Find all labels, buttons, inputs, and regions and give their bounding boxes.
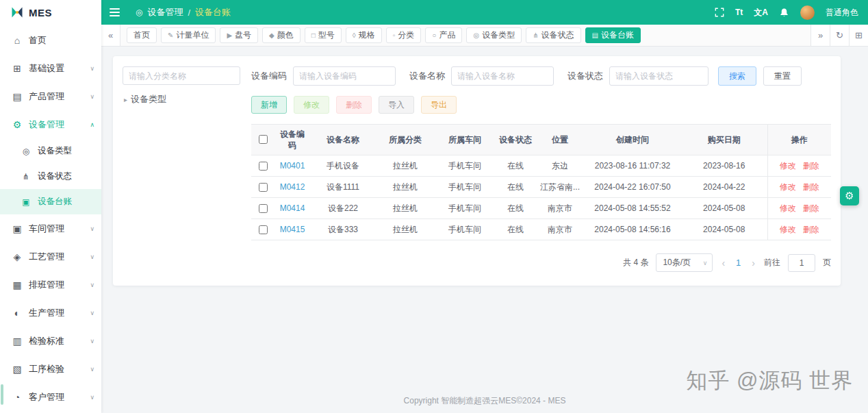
device-code-input[interactable]: [293, 66, 396, 86]
fullscreen-icon[interactable]: [715, 8, 724, 17]
pagination: 共 4 条 10条/页 ∨ ‹ 1 › 前往 页: [251, 253, 831, 272]
tab-spec[interactable]: ◊ 规格: [346, 27, 382, 43]
col-category: 所属分类: [376, 125, 435, 155]
row-checkbox[interactable]: [259, 183, 268, 192]
sidebar-item-craft-mgmt[interactable]: ◈ 工艺管理 ∨: [0, 242, 101, 271]
tabs-scroll-left-button[interactable]: «: [101, 25, 120, 46]
page-number-1[interactable]: 1: [734, 258, 743, 268]
goto-page-input[interactable]: [788, 254, 815, 272]
sidebar-item-inspection-standard[interactable]: ▥ 检验标准 ∨: [0, 327, 101, 355]
device-code-link[interactable]: M0414: [275, 198, 310, 219]
tab-bar: « 首页 ✎ 计量单位 ▶ 盘号 ◆ 颜色 □: [101, 25, 868, 47]
device-code-link[interactable]: M0415: [275, 219, 310, 240]
category-icon: ▫: [393, 32, 396, 39]
breadcrumb-root[interactable]: 设备管理: [147, 6, 183, 18]
font-size-icon[interactable]: Tt: [735, 8, 743, 17]
next-page-button[interactable]: ›: [750, 258, 756, 268]
tab-model[interactable]: □ 型号: [305, 27, 342, 43]
sidebar-item-scheduling-mgmt[interactable]: ▦ 排班管理 ∨: [0, 271, 101, 299]
hamburger-menu-icon[interactable]: [101, 0, 127, 25]
actions-cell: 修改删除: [767, 198, 831, 219]
notification-bell-icon[interactable]: [779, 8, 789, 18]
search-button[interactable]: 搜索: [718, 66, 756, 86]
col-actions: 操作: [767, 125, 831, 155]
theme-settings-button[interactable]: ⚙: [840, 186, 859, 205]
row-checkbox[interactable]: [259, 225, 268, 234]
avatar[interactable]: [800, 5, 815, 20]
tab-device-ledger[interactable]: ▤ 设备台账: [585, 27, 641, 43]
status-cell: 在线: [495, 155, 536, 177]
spec-icon: ◊: [353, 32, 356, 39]
device-name-input[interactable]: [451, 66, 554, 86]
delete-button[interactable]: 删除: [336, 96, 372, 114]
reset-button[interactable]: 重置: [763, 66, 802, 86]
workshop-cell: 手机车间: [435, 155, 495, 177]
sidebar-item-label: 排班管理: [29, 279, 90, 291]
select-all-checkbox[interactable]: [259, 135, 268, 144]
edit-link[interactable]: 修改: [780, 225, 796, 234]
sidebar-item-production-mgmt[interactable]: ◐ 生产管理 ∨: [0, 299, 101, 327]
category-cell: 拉丝机: [376, 198, 435, 219]
created-cell: 2024-05-08 14:55:52: [584, 198, 681, 219]
location-cell: 江苏省南...: [536, 177, 584, 198]
edit-button[interactable]: 修改: [294, 96, 329, 114]
device-code-label: 设备编码: [251, 70, 287, 82]
tree-node-device-type[interactable]: ▸ 设备类型: [123, 93, 240, 105]
pencil-icon: ✎: [168, 32, 173, 39]
sidebar-item-label: 基础设置: [29, 62, 90, 75]
delete-link[interactable]: 删除: [803, 225, 819, 234]
edit-link[interactable]: 修改: [780, 203, 796, 213]
layout-grid-icon[interactable]: ⊞: [849, 25, 868, 46]
sidebar-item-process-inspection[interactable]: ▧ 工序检验 ∨: [0, 355, 101, 383]
device-code-link[interactable]: M0412: [275, 177, 310, 198]
delete-link[interactable]: 删除: [803, 203, 819, 213]
delete-link[interactable]: 删除: [803, 161, 819, 171]
sidebar-scrollbar-thumb[interactable]: [1, 384, 3, 405]
sidebar-item-product-mgmt[interactable]: ▤ 产品管理 ∨: [0, 82, 101, 110]
tab-pan-number[interactable]: ▶ 盘号: [220, 27, 258, 43]
craft-icon: ◈: [12, 251, 23, 262]
logo-icon: [10, 5, 24, 19]
export-button[interactable]: 导出: [421, 96, 457, 114]
sidebar-menu: ⌂ 首页 ⊞ 基础设置 ∨ ▤ 产品管理 ∨ ⚙ 设备管理 ∧ ◎: [0, 25, 101, 413]
sidebar-item-basic-settings[interactable]: ⊞ 基础设置 ∨: [0, 54, 101, 82]
category-search-input[interactable]: [123, 66, 240, 85]
tab-device-status[interactable]: ⋔ 设备状态: [526, 27, 580, 43]
tab-device-type[interactable]: ◎ 设备类型: [466, 27, 522, 43]
row-checkbox[interactable]: [259, 162, 268, 171]
sidebar-item-workshop-mgmt[interactable]: ▣ 车间管理 ∨: [0, 214, 101, 242]
tab-category[interactable]: ▫ 分类: [386, 27, 422, 43]
edit-link[interactable]: 修改: [780, 161, 796, 171]
tab-label: 设备类型: [482, 29, 515, 41]
tab-measure-unit[interactable]: ✎ 计量单位: [161, 27, 216, 43]
tab-color[interactable]: ◆ 颜色: [262, 27, 301, 43]
delete-link[interactable]: 删除: [803, 182, 819, 192]
language-icon[interactable]: 文A: [754, 7, 768, 18]
page-size-select[interactable]: 10条/页 ∨: [656, 253, 713, 272]
sidebar-subitem-device-type[interactable]: ◎ 设备类型: [0, 138, 101, 164]
sidebar-item-home[interactable]: ⌂ 首页: [0, 26, 101, 54]
prev-page-button[interactable]: ‹: [720, 258, 726, 268]
add-button[interactable]: 新增: [251, 96, 287, 114]
sidebar-subitem-device-ledger[interactable]: ▣ 设备台账: [0, 189, 101, 214]
user-role-name[interactable]: 普通角色: [826, 7, 858, 18]
import-button[interactable]: 导入: [379, 96, 414, 114]
tab-home[interactable]: 首页: [127, 27, 157, 43]
status-cell: 在线: [495, 219, 536, 240]
refresh-icon[interactable]: ↻: [830, 25, 849, 46]
device-status-icon: ⋔: [533, 32, 538, 39]
device-status-label: 设备状态: [567, 70, 603, 82]
sidebar-subitem-device-status[interactable]: ⋔ 设备状态: [0, 164, 101, 189]
purchased-cell: 2024-05-08: [681, 198, 767, 219]
edit-link[interactable]: 修改: [780, 182, 796, 192]
row-checkbox[interactable]: [259, 204, 268, 213]
tab-product[interactable]: ○ 产品: [425, 27, 462, 43]
sidebar-item-device-mgmt[interactable]: ⚙ 设备管理 ∧: [0, 110, 101, 138]
device-name-cell: 手机设备: [310, 155, 376, 177]
tabs-scroll-right-button[interactable]: »: [810, 25, 830, 46]
device-status-input[interactable]: [609, 66, 709, 86]
logo[interactable]: MES: [0, 0, 101, 25]
device-code-link[interactable]: M0401: [275, 155, 310, 177]
sidebar-item-label: 工艺管理: [29, 251, 90, 263]
sidebar-item-customer-mgmt[interactable]: ◔ 客户管理 ∨: [0, 383, 101, 411]
